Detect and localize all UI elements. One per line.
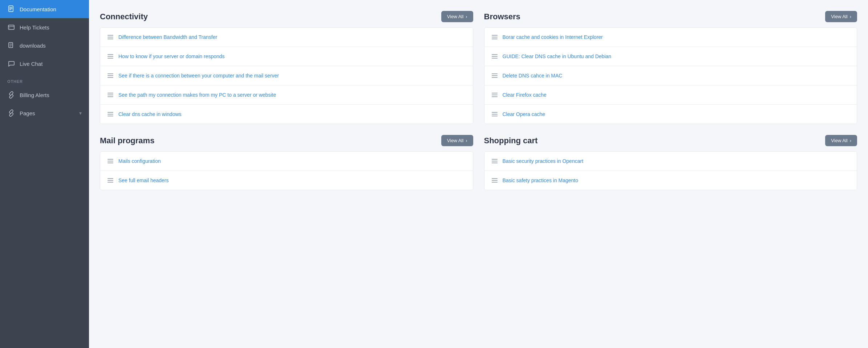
sidebar-item-help-tickets-label: Help Tickets [20,24,49,31]
section-title-browsers: Browsers [484,12,520,21]
article-link[interactable]: Mails configuration [118,158,161,164]
svg-rect-2 [9,8,12,9]
article-item[interactable]: Clear dns cache in windows [100,105,473,124]
doc-icon [7,5,15,13]
article-item[interactable]: Basic safety practices in Magento [484,171,857,190]
sidebar-item-billing-alerts[interactable]: Billing Alerts [0,86,89,104]
sidebar-item-downloads[interactable]: downloads [0,36,89,55]
article-lines-icon [492,159,498,163]
article-link[interactable]: See full email headers [118,177,169,183]
svg-rect-3 [9,9,11,10]
link-icon [7,91,15,99]
article-item[interactable]: How to know if your server or domain res… [100,47,473,66]
article-item[interactable]: Borar cache and cookies in Internet Expl… [484,28,857,47]
chevron-right-icon: › [850,14,851,19]
article-lines-icon [108,159,113,163]
articles-list-mail-programs: Mails configurationSee full email header… [100,151,473,190]
article-item[interactable]: See if there is a connection between you… [100,66,473,85]
section-connectivity: ConnectivityView All ›Difference between… [100,11,473,124]
section-shopping-cart: Shopping cartView All ›Basic security pr… [484,135,857,190]
article-lines-icon [492,112,498,116]
article-lines-icon [108,178,113,183]
svg-rect-1 [9,7,12,8]
article-lines-icon [108,93,113,97]
chevron-right-icon: › [466,14,467,19]
svg-point-5 [9,28,10,28]
section-mail-programs: Mail programsView All ›Mails configurati… [100,135,473,190]
article-item[interactable]: Mails configuration [100,152,473,171]
article-lines-icon [108,54,113,59]
sidebar-item-pages[interactable]: Pages ▾ [0,104,89,122]
main-content: ConnectivityView All ›Difference between… [89,0,868,348]
svg-rect-4 [8,25,14,29]
sidebar-item-documentation-label: Documentation [20,6,56,12]
section-title-shopping-cart: Shopping cart [484,136,538,145]
article-lines-icon [492,54,498,59]
view-all-button-shopping-cart[interactable]: View All › [825,135,857,146]
article-link[interactable]: Basic safety practices in Magento [503,177,579,183]
section-title-connectivity: Connectivity [100,12,148,21]
sidebar-item-billing-alerts-label: Billing Alerts [20,92,49,98]
section-title-mail-programs: Mail programs [100,136,154,145]
article-item[interactable]: Basic security practices in Opencart [484,152,857,171]
article-item[interactable]: Clear Opera cache [484,105,857,124]
article-link[interactable]: How to know if your server or domain res… [118,53,225,59]
article-link[interactable]: GUIDE: Clear DNS cache in Ubuntu and Deb… [503,53,612,59]
sidebar: Documentation Help Tickets downloads [0,0,89,348]
article-lines-icon [492,73,498,78]
sidebar-section-other: OTHER [0,73,89,86]
article-item[interactable]: Delete DNS cahce in MAC [484,66,857,85]
article-link[interactable]: Borar cache and cookies in Internet Expl… [503,34,603,40]
article-lines-icon [108,112,113,116]
article-item[interactable]: Clear Firefox cache [484,85,857,105]
sidebar-item-help-tickets[interactable]: Help Tickets [0,18,89,36]
ticket-icon [7,23,15,31]
article-item[interactable]: Difference between Bandwidth and Transfe… [100,28,473,47]
article-lines-icon [492,93,498,97]
sidebar-item-live-chat[interactable]: Live Chat [0,55,89,73]
sidebar-item-downloads-label: downloads [20,43,46,49]
article-lines-icon [492,178,498,183]
sidebar-item-live-chat-label: Live Chat [20,61,42,67]
download-icon [7,41,15,49]
section-browsers: BrowsersView All ›Borar cache and cookie… [484,11,857,124]
article-lines-icon [492,35,498,39]
article-link[interactable]: See if there is a connection between you… [118,73,279,79]
article-item[interactable]: See full email headers [100,171,473,190]
article-lines-icon [108,73,113,78]
article-link[interactable]: Clear dns cache in windows [118,111,182,117]
chevron-right-icon: › [850,138,851,143]
view-all-button-connectivity[interactable]: View All › [441,11,473,22]
chevron-right-icon: › [466,138,467,143]
view-all-button-mail-programs[interactable]: View All › [441,135,473,146]
view-all-button-browsers[interactable]: View All › [825,11,857,22]
articles-list-connectivity: Difference between Bandwidth and Transfe… [100,27,473,124]
article-lines-icon [108,35,113,39]
section-header-shopping-cart: Shopping cartView All › [484,135,857,146]
article-item[interactable]: See the path my connection makes from my… [100,85,473,105]
article-link[interactable]: Delete DNS cahce in MAC [503,73,563,79]
article-link[interactable]: Basic security practices in Opencart [503,158,584,164]
chat-icon [7,60,15,68]
article-link[interactable]: Clear Firefox cache [503,92,547,98]
sections-grid: ConnectivityView All ›Difference between… [100,11,857,190]
section-header-connectivity: ConnectivityView All › [100,11,473,22]
article-item[interactable]: GUIDE: Clear DNS cache in Ubuntu and Deb… [484,47,857,66]
sidebar-item-documentation[interactable]: Documentation [0,0,89,18]
articles-list-shopping-cart: Basic security practices in OpencartBasi… [484,151,857,190]
link-icon-2 [7,109,15,117]
article-link[interactable]: Clear Opera cache [503,111,545,117]
article-link[interactable]: Difference between Bandwidth and Transfe… [118,34,217,40]
section-header-mail-programs: Mail programsView All › [100,135,473,146]
chevron-down-icon: ▾ [79,110,82,116]
article-link[interactable]: See the path my connection makes from my… [118,92,276,98]
section-header-browsers: BrowsersView All › [484,11,857,22]
sidebar-item-pages-label: Pages [20,110,35,116]
articles-list-browsers: Borar cache and cookies in Internet Expl… [484,27,857,124]
